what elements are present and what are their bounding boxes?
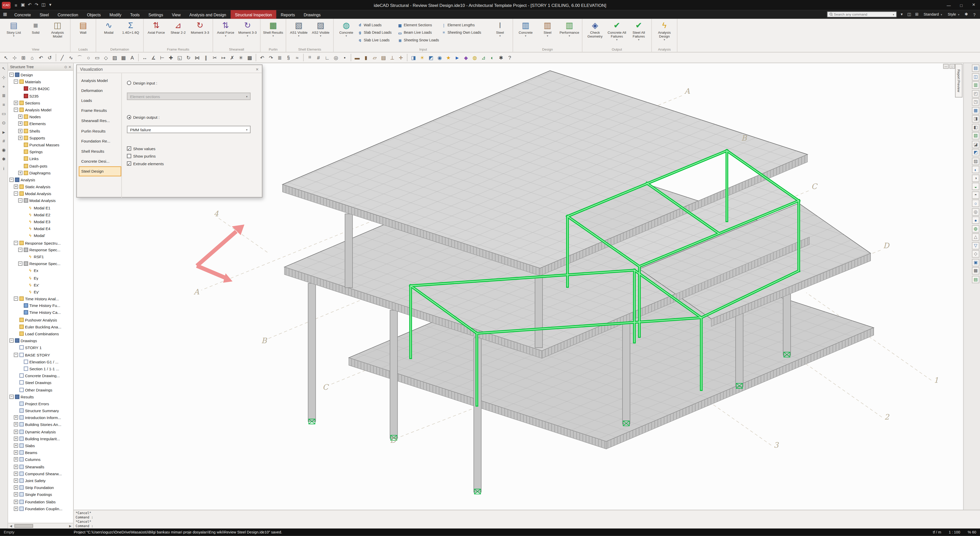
expand-icon[interactable]: + bbox=[14, 415, 18, 420]
tree-item-euler-buckling-ana[interactable]: Euler Buckling Ana... bbox=[8, 323, 73, 330]
undo-icon[interactable]: ↶ bbox=[26, 1, 33, 9]
checkbox-checked-icon[interactable]: ✓ bbox=[127, 161, 131, 166]
tree-item-joint-safety[interactable]: +Joint Safety bbox=[8, 477, 73, 484]
radio-icon[interactable] bbox=[127, 81, 131, 85]
scale-indicator[interactable]: 1 : 100 bbox=[948, 530, 960, 534]
expand-icon[interactable]: + bbox=[14, 100, 18, 105]
grid-tool-icon[interactable]: # bbox=[0, 138, 7, 145]
viz-tab-steel-design[interactable]: Steel Design bbox=[79, 166, 121, 177]
workspace-icon[interactable]: ⊞ bbox=[914, 12, 920, 17]
side-tool-icon[interactable]: ◎ bbox=[972, 208, 979, 215]
tree-item-foundation-couplin[interactable]: +Foundation Couplin... bbox=[8, 505, 73, 512]
world-icon[interactable]: ◐ bbox=[488, 53, 496, 62]
ribbon-wall[interactable]: ▤Wall bbox=[73, 20, 94, 34]
viz-tab-deformation[interactable]: Deformation bbox=[79, 85, 121, 96]
tree-item-response-spec[interactable]: −Response Spec... bbox=[8, 246, 73, 253]
menu-reports[interactable]: Reports bbox=[277, 10, 299, 19]
node-icon[interactable]: • bbox=[341, 53, 349, 62]
expand-icon[interactable]: + bbox=[14, 485, 18, 490]
tree-item-sections[interactable]: +Sections bbox=[8, 99, 73, 106]
side-tool-icon[interactable]: ◫ bbox=[972, 73, 979, 80]
help-icon[interactable]: ? bbox=[506, 53, 514, 62]
tree-item-results[interactable]: −Results bbox=[8, 393, 73, 400]
pointer-tool-icon[interactable]: ↖ bbox=[0, 65, 7, 72]
match-properties-icon[interactable]: ≈ bbox=[293, 53, 301, 62]
menu-objects[interactable]: Objects bbox=[83, 10, 105, 19]
expand-icon[interactable]: + bbox=[14, 478, 18, 483]
tree-item-response-spectru[interactable]: −Response Spectru... bbox=[8, 239, 73, 246]
ribbon-check-geometry[interactable]: ◈Check Geometry bbox=[584, 20, 606, 38]
tree-item-modal-e1[interactable]: ϟModal E1 bbox=[8, 204, 73, 211]
undo-edit-icon[interactable]: ↶ bbox=[258, 53, 266, 62]
ribbon-axial-force[interactable]: ⇅Axial Force bbox=[146, 20, 167, 34]
checkbox-show-values[interactable]: ✓Show values bbox=[127, 146, 156, 151]
collapse-icon[interactable]: − bbox=[18, 247, 22, 252]
menu-connection[interactable]: Connection bbox=[53, 10, 83, 19]
ortho-icon[interactable]: ∟ bbox=[323, 53, 331, 62]
star-icon[interactable]: ★ bbox=[444, 53, 452, 62]
checkbox-unchecked-icon[interactable] bbox=[127, 154, 131, 158]
flag-tool-icon[interactable]: ► bbox=[0, 128, 7, 136]
paint-icon[interactable]: ◆ bbox=[462, 53, 470, 62]
expand-icon[interactable]: + bbox=[14, 492, 18, 497]
viz-tab-shearwall-res[interactable]: Shearwall Res... bbox=[79, 115, 121, 126]
side-tool-icon[interactable]: ▤ bbox=[972, 276, 979, 283]
expand-icon[interactable]: + bbox=[14, 471, 18, 476]
tree-item-ex[interactable]: ϟEx' bbox=[8, 281, 73, 288]
tree-item-project-errors[interactable]: Project Errors bbox=[8, 400, 73, 407]
side-tool-icon[interactable]: ▨ bbox=[972, 157, 979, 165]
search-dropdown-icon[interactable]: ▾ bbox=[893, 13, 894, 16]
tree-item-single-footings[interactable]: +Single Footings bbox=[8, 491, 73, 498]
camera-icon[interactable]: ◉ bbox=[436, 53, 444, 62]
erase-icon[interactable]: ✗ bbox=[228, 53, 236, 62]
dimension-icon[interactable]: ↔ bbox=[141, 53, 149, 62]
array-icon[interactable]: ▩ bbox=[245, 53, 254, 62]
design-output-radio-row[interactable]: Design output : bbox=[127, 115, 159, 120]
tree-item-structure-summary[interactable]: Structure Summary bbox=[8, 407, 73, 414]
menu-drawings[interactable]: Drawings bbox=[299, 10, 325, 19]
rotate-icon[interactable]: ↻ bbox=[184, 53, 192, 62]
ribbon-analysis-design[interactable]: ϟAnalysis Design▾ bbox=[654, 20, 675, 41]
explode-icon[interactable]: ✳ bbox=[237, 53, 245, 62]
ribbon-element-lengths[interactable]: ⋮Element Lengths bbox=[441, 23, 489, 27]
maximize-button[interactable]: □ bbox=[955, 0, 967, 10]
scroll-left-icon[interactable]: ◀ bbox=[8, 523, 14, 529]
collapse-icon[interactable]: − bbox=[18, 198, 22, 203]
slab-icon[interactable]: ▱ bbox=[371, 53, 379, 62]
tree-item-dash-pots[interactable]: Dash-pots bbox=[8, 162, 73, 169]
close-icon[interactable]: ✕ bbox=[68, 65, 71, 69]
menu-modify[interactable]: Modify bbox=[105, 10, 126, 19]
expand-icon[interactable]: + bbox=[14, 450, 18, 455]
tree-item-punctual-masses[interactable]: Punctual Masses bbox=[8, 141, 73, 148]
app-grid-icon[interactable]: ▦ bbox=[0, 10, 10, 19]
polygon-icon[interactable]: ◇ bbox=[102, 53, 110, 62]
arc-icon[interactable]: ⌒ bbox=[76, 53, 84, 62]
tree-item-modal-e4[interactable]: ϟModal E4 bbox=[8, 225, 73, 232]
pin-tool-icon[interactable]: ⊙ bbox=[0, 120, 7, 126]
pan-tool-icon[interactable]: ⊹ bbox=[0, 74, 7, 81]
properties-icon[interactable]: § bbox=[284, 53, 293, 62]
ribbon-sheeting-own-loads[interactable]: ≡Sheeting Own Loads bbox=[441, 30, 489, 35]
tree-item-other-drawings[interactable]: Other Drawings bbox=[8, 386, 73, 393]
tree-item-links[interactable]: Links bbox=[8, 155, 73, 162]
info-tool-icon[interactable]: i bbox=[0, 165, 7, 172]
zoom-indicator[interactable]: % 60 bbox=[968, 530, 977, 534]
checkbox-checked-icon[interactable]: ✓ bbox=[127, 146, 131, 151]
side-tool-icon[interactable]: ▥ bbox=[972, 81, 979, 89]
child-restore-button[interactable]: □ bbox=[950, 64, 955, 69]
grid-icon[interactable]: # bbox=[314, 53, 323, 62]
lock-tool-icon[interactable]: ◉ bbox=[0, 147, 7, 153]
tree-item-compound-shearw[interactable]: +Compound Shearw... bbox=[8, 470, 73, 477]
gear-icon[interactable]: ✱ bbox=[963, 12, 969, 17]
tree-item-design[interactable]: −Design bbox=[8, 71, 73, 78]
expand-icon[interactable]: + bbox=[14, 443, 18, 448]
collapse-icon[interactable]: − bbox=[14, 297, 18, 301]
tree-item-story-1[interactable]: STORY 1 bbox=[8, 344, 73, 351]
measure-icon[interactable]: ⊢ bbox=[158, 53, 166, 62]
tree-item-building-stories-an[interactable]: +Building Stories An... bbox=[8, 421, 73, 428]
expand-icon[interactable]: + bbox=[14, 506, 18, 511]
tree-item-time-history-anal[interactable]: −Time History Anal... bbox=[8, 295, 73, 302]
ribbon-as1-visible[interactable]: ▧AS1 Visible▾ bbox=[288, 20, 309, 38]
ribbon-slab-live-loads[interactable]: qSlab Live Loads bbox=[358, 38, 398, 42]
pin-icon[interactable]: ⊙ bbox=[64, 65, 67, 69]
